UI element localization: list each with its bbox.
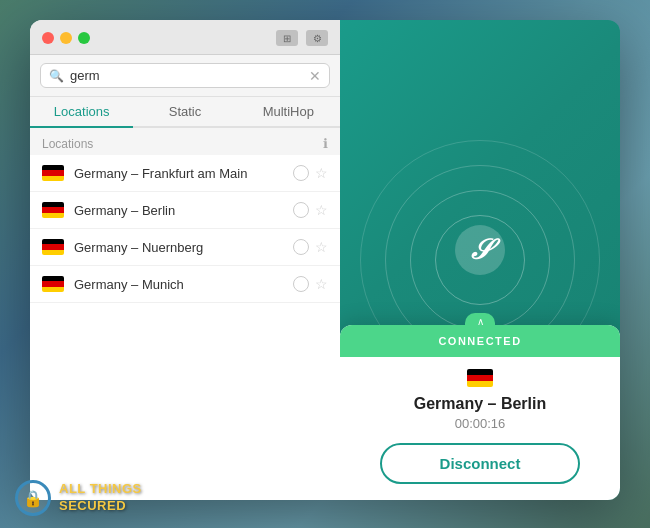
settings-icon[interactable]: ⚙ <box>306 30 328 46</box>
connected-flag <box>360 369 600 391</box>
location-actions: ☆ <box>293 239 328 255</box>
search-icon: 🔍 <box>49 69 64 83</box>
connect-icon[interactable] <box>293 165 309 181</box>
location-actions: ☆ <box>293 276 328 292</box>
connected-time: 00:00:16 <box>360 416 600 431</box>
location-name: Germany – Frankfurt am Main <box>74 166 283 181</box>
list-item[interactable]: Germany – Berlin ☆ <box>30 192 340 229</box>
watermark-line2: SECURED <box>59 498 126 513</box>
favorite-icon[interactable]: ☆ <box>315 277 328 291</box>
info-icon[interactable]: ℹ <box>323 136 328 151</box>
location-name: Germany – Nuernberg <box>74 240 283 255</box>
location-actions: ☆ <box>293 202 328 218</box>
tab-locations[interactable]: Locations <box>30 97 133 128</box>
connect-icon[interactable] <box>293 276 309 292</box>
close-window-button[interactable] <box>42 32 54 44</box>
connected-badge: ∧ CONNECTED <box>340 325 620 357</box>
favorite-icon[interactable]: ☆ <box>315 240 328 254</box>
locations-header: Locations ℹ <box>30 128 340 155</box>
disconnect-button[interactable]: Disconnect <box>380 443 580 484</box>
location-list: Germany – Frankfurt am Main ☆ Germany – … <box>30 155 340 500</box>
watermark-text: ALL THINGS SECURED <box>59 481 142 515</box>
left-panel: ⊞ ⚙ 🔍 ✕ Locations Static MultiHop Locati… <box>30 20 340 500</box>
lock-icon: 🔒 <box>23 489 43 508</box>
tab-multihop[interactable]: MultiHop <box>237 97 340 128</box>
location-actions: ☆ <box>293 165 328 181</box>
watermark-line1: ALL THINGS <box>59 481 142 496</box>
connect-icon[interactable] <box>293 202 309 218</box>
watermark-icon: 🔒 <box>15 480 51 516</box>
list-item[interactable]: Germany – Nuernberg ☆ <box>30 229 340 266</box>
connect-icon[interactable] <box>293 239 309 255</box>
traffic-lights <box>42 32 90 44</box>
surfshark-s-icon: 𝒮 <box>455 225 505 275</box>
panel-chevron-icon[interactable]: ∧ <box>465 313 495 329</box>
tabs: Locations Static MultiHop <box>30 97 340 128</box>
favorite-icon[interactable]: ☆ <box>315 203 328 217</box>
location-name: Germany – Munich <box>74 277 283 292</box>
watermark: 🔒 ALL THINGS SECURED <box>15 480 142 516</box>
flag-de-icon <box>42 239 64 255</box>
flag-de-icon <box>42 276 64 292</box>
flag-de-icon <box>42 165 64 181</box>
minimize-window-button[interactable] <box>60 32 72 44</box>
list-item[interactable]: Germany – Munich ☆ <box>30 266 340 303</box>
connected-info: Germany – Berlin 00:00:16 Disconnect <box>340 357 620 484</box>
list-item[interactable]: Germany – Frankfurt am Main ☆ <box>30 155 340 192</box>
right-panel: 𝒮 ∧ CONNECTED Germany – Berlin 00:00:16 … <box>340 20 620 500</box>
surfshark-logo: 𝒮 <box>455 225 505 275</box>
location-name: Germany – Berlin <box>74 203 283 218</box>
search-input-wrap: 🔍 ✕ <box>40 63 330 88</box>
maximize-window-button[interactable] <box>78 32 90 44</box>
title-bar: ⊞ ⚙ <box>30 20 340 55</box>
app-window: ⊞ ⚙ 🔍 ✕ Locations Static MultiHop Locati… <box>30 20 620 500</box>
sidebar-toggle-icon[interactable]: ⊞ <box>276 30 298 46</box>
title-bar-icons: ⊞ ⚙ <box>276 30 328 46</box>
favorite-icon[interactable]: ☆ <box>315 166 328 180</box>
tab-static[interactable]: Static <box>133 97 236 128</box>
connected-status-label: CONNECTED <box>438 335 521 347</box>
locations-label: Locations <box>42 137 93 151</box>
flag-de-icon <box>42 202 64 218</box>
connected-panel: ∧ CONNECTED Germany – Berlin 00:00:16 Di… <box>340 325 620 500</box>
connected-location-name: Germany – Berlin <box>360 395 600 413</box>
search-input[interactable] <box>70 68 303 83</box>
search-clear-button[interactable]: ✕ <box>309 69 321 83</box>
search-bar: 🔍 ✕ <box>30 55 340 97</box>
